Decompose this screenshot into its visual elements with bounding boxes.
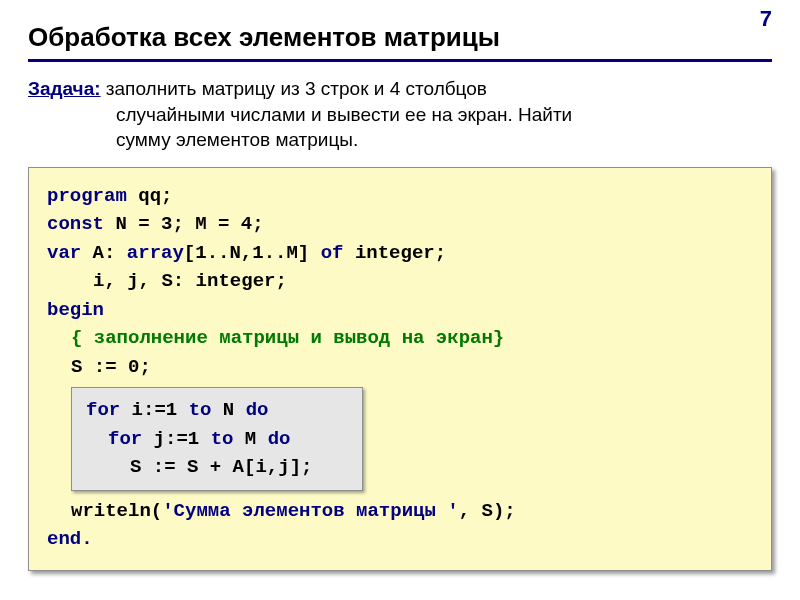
task-text: Задача: заполнить матрицу из 3 строк и 4… [28,76,772,153]
inner-code-block: for i:=1 to N do for j:=1 to M do S := S… [71,387,363,491]
inner-line-1: for i:=1 to N do [86,396,312,425]
code-text: , S); [459,500,516,522]
kw-do: do [268,428,291,450]
task-line-3: сумму элементов матрицы. [28,127,772,153]
title-rule [28,59,772,62]
code-text: integer; [343,242,446,264]
task-label: Задача: [28,78,101,99]
code-line-7: S := 0; [47,353,753,382]
code-line-9: end. [47,525,753,554]
kw-to: to [189,399,212,421]
code-text: N [211,399,245,421]
task-line-2: случайными числами и вывести ее на экран… [28,102,772,128]
slide: 7 Обработка всех элементов матрицы Задач… [0,0,800,600]
kw-do: do [246,399,269,421]
code-line-4: i, j, S: integer; [47,267,753,296]
kw-const: const [47,213,104,235]
code-text: N = 3; M = 4; [104,213,264,235]
kw-program: program [47,185,127,207]
slide-title: Обработка всех элементов матрицы [28,22,772,53]
code-line-8: writeln('Сумма элементов матрицы ', S); [47,497,753,526]
code-comment: { заполнение матрицы и вывод на экран} [47,324,753,353]
code-text: A: [81,242,127,264]
code-line-3: var A: array[1..N,1..M] of integer; [47,239,753,268]
code-block: program qq; const N = 3; M = 4; var A: a… [28,167,772,571]
code-line-5: begin [47,296,753,325]
code-text: qq; [127,185,173,207]
inner-line-3: S := S + A[i,j]; [86,453,312,482]
kw-for: for [108,428,142,450]
page-number: 7 [760,6,772,32]
inner-line-2: for j:=1 to M do [86,425,312,454]
code-line-2: const N = 3; M = 4; [47,210,753,239]
code-text: [1..N,1..M] [184,242,321,264]
kw-of: of [321,242,344,264]
task-line-1: заполнить матрицу из 3 строк и 4 столбцо… [101,78,487,99]
code-text: i:=1 [120,399,188,421]
code-text: M [233,428,267,450]
kw-array: array [127,242,184,264]
code-line-1: program qq; [47,182,753,211]
kw-for: for [86,399,120,421]
code-text: j:=1 [142,428,210,450]
kw-to: to [211,428,234,450]
code-text: writeln( [71,500,162,522]
string-literal: 'Сумма элементов матрицы ' [162,500,458,522]
kw-var: var [47,242,81,264]
